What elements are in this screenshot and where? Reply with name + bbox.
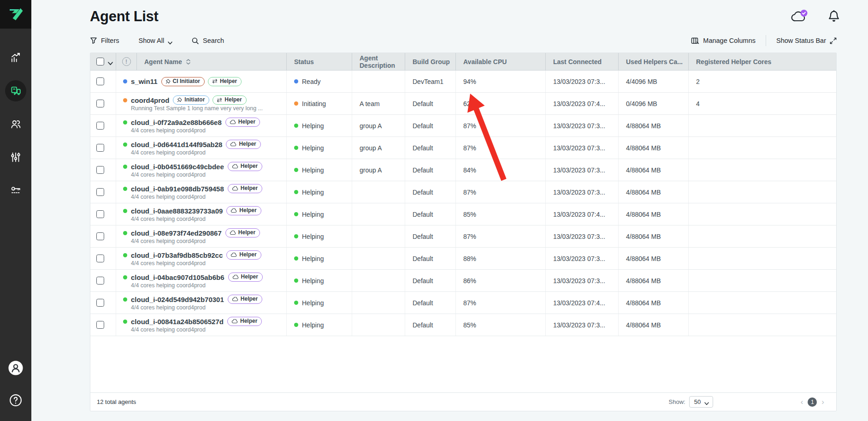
status-label: Helping [302, 144, 324, 152]
select-all-header[interactable] [90, 53, 116, 70]
badge-list: Helper [228, 273, 263, 282]
badge-list: Helper [226, 206, 261, 215]
current-page-button[interactable]: 1 [808, 397, 817, 407]
column-header-agent-name[interactable]: Agent Name [137, 53, 287, 70]
table-row[interactable]: cloud_i-08e973f74ed290867 Helper 4/4 cor… [90, 225, 836, 248]
agent-name: cloud_i-0aae8883239733a09 [131, 207, 223, 215]
table-row[interactable]: cloud_i-07b3af9db85cb92cc Helper 4/4 cor… [90, 248, 836, 270]
notifications-bell-icon[interactable] [827, 10, 840, 24]
rocket-icon [177, 97, 182, 102]
status-cell: Helping [287, 314, 352, 336]
row-checkbox[interactable] [96, 144, 104, 152]
agent-name: cloud_i-07b3af9db85cb92cc [131, 251, 223, 259]
registered-cores-cell: 2 [689, 71, 836, 92]
row-checkbox[interactable] [96, 77, 104, 85]
agent-status-dot [123, 275, 127, 279]
sidebar-item-users[interactable] [5, 113, 26, 135]
row-checkbox[interactable] [96, 255, 104, 262]
badge-helper: Helper [213, 95, 246, 105]
agent-name: cloud_i-0d6441d144f95ab28 [131, 141, 222, 148]
table-row[interactable]: cloud_i-0ab91e098db759458 Helper 4/4 cor… [90, 181, 836, 203]
agent-description-cell [352, 181, 405, 203]
agent-name: cloud_i-00841a24b8506527d [131, 318, 224, 326]
registered-cores-cell [689, 314, 836, 336]
row-checkbox[interactable] [96, 188, 104, 196]
build-group-cell: Default [405, 93, 456, 114]
table-row[interactable]: cloud_i-0aae8883239733a09 Helper 4/4 cor… [90, 203, 836, 225]
row-select-cell [90, 248, 116, 269]
help-button[interactable] [5, 390, 26, 411]
row-checkbox[interactable] [96, 122, 104, 130]
used-helpers-cell: 4/88064 MB [619, 292, 689, 314]
sidebar [0, 0, 31, 421]
filters-button[interactable]: Filters [90, 37, 119, 44]
status-label: Helping [302, 166, 324, 174]
select-all-checkbox[interactable] [96, 58, 104, 65]
table-row[interactable]: cloud_i-0d6441d144f95ab28 Helper 4/4 cor… [90, 137, 836, 159]
cloud-status-icon[interactable] [791, 9, 809, 24]
sidebar-item-license[interactable] [5, 180, 26, 201]
agent-subtext: 4/4 cores helping coord4prod [123, 149, 206, 156]
page-size-select[interactable]: 50 [689, 396, 713, 408]
agent-status-dot [123, 165, 127, 169]
column-header-description[interactable]: Agent Description [352, 53, 405, 70]
sidebar-item-dashboard[interactable] [5, 47, 26, 68]
search-button[interactable]: Search [191, 37, 224, 45]
last-connected-cell: 13/03/2023 07:3... [546, 159, 619, 181]
badge-helper: Helper [208, 77, 242, 86]
row-select-cell [90, 270, 116, 291]
manage-columns-button[interactable]: Manage Columns [691, 37, 756, 45]
next-page-button[interactable]: › [821, 398, 824, 406]
column-header-build-group[interactable]: Build Group [405, 53, 456, 70]
row-checkbox[interactable] [96, 100, 104, 107]
status-cell: Helping [287, 159, 352, 181]
main-content: Agent List [31, 0, 868, 421]
row-checkbox[interactable] [96, 166, 104, 174]
status-cell: Helping [287, 248, 352, 269]
profile-button[interactable] [5, 357, 26, 379]
available-cpu-cell: 88% [456, 248, 546, 269]
search-label: Search [203, 37, 224, 44]
table-row[interactable]: cloud_i-0b0451669c49cbdee Helper 4/4 cor… [90, 159, 836, 181]
agent-subtext: 4/4 cores helping coord4prod [123, 260, 206, 267]
agent-subtext: 4/4 cores helping coord4prod [123, 238, 206, 244]
row-checkbox[interactable] [96, 321, 104, 329]
row-checkbox[interactable] [96, 277, 104, 285]
row-checkbox[interactable] [96, 210, 104, 218]
show-status-bar-button[interactable]: Show Status Bar [776, 37, 837, 44]
page-title: Agent List [90, 8, 159, 25]
sidebar-item-settings[interactable] [5, 147, 26, 168]
column-header-registered-cores[interactable]: Registered Helper Cores [689, 53, 836, 70]
table-row[interactable]: cloud_i-024d549d942b70301 Helper 4/4 cor… [90, 292, 836, 314]
status-dot [294, 146, 298, 150]
select-menu-chevron-icon[interactable] [108, 59, 112, 64]
table-row[interactable]: cloud_i-00841a24b8506527d Helper 4/4 cor… [90, 314, 836, 336]
column-header-last-connected[interactable]: Last Connected [546, 53, 619, 70]
column-header-status[interactable]: Status [287, 53, 352, 70]
cloud-icon [230, 231, 236, 235]
sort-icon[interactable] [186, 59, 190, 65]
row-checkbox[interactable] [96, 232, 104, 240]
row-select-cell [90, 137, 116, 159]
table-row[interactable]: coord4prod InitiatorHelper Running Test … [90, 93, 836, 115]
row-checkbox[interactable] [96, 299, 104, 307]
column-header-cpu[interactable]: Available CPU [456, 53, 546, 70]
agent-table: ! Agent Name Status Agent Description Bu… [90, 53, 837, 411]
chevron-down-icon [704, 400, 709, 404]
agent-name-cell: cloud_i-08e973f74ed290867 Helper 4/4 cor… [116, 225, 287, 247]
alert-column-header[interactable]: ! [116, 53, 137, 70]
table-row[interactable]: cloud_i-0f72a9a2e88b666e8 Helper 4/4 cor… [90, 115, 836, 137]
filter-funnel-icon [90, 37, 97, 44]
sidebar-bottom [5, 357, 26, 421]
table-row[interactable]: s_win11 CI InitiatorHelper Ready DevTeam… [90, 71, 836, 93]
column-header-used-helpers[interactable]: Used Helpers Ca... [619, 53, 689, 70]
sidebar-item-agents[interactable] [5, 80, 26, 101]
registered-cores-cell: 4 [689, 93, 836, 114]
registered-cores-cell [689, 248, 836, 269]
table-row[interactable]: cloud_i-04bac907d105ab6b6 Helper 4/4 cor… [90, 270, 836, 292]
agent-description-cell [352, 203, 405, 225]
prev-page-button[interactable]: ‹ [801, 398, 803, 406]
show-all-dropdown[interactable]: Show All [138, 37, 172, 44]
avatar-icon [8, 360, 24, 376]
app-logo[interactable] [0, 0, 31, 29]
